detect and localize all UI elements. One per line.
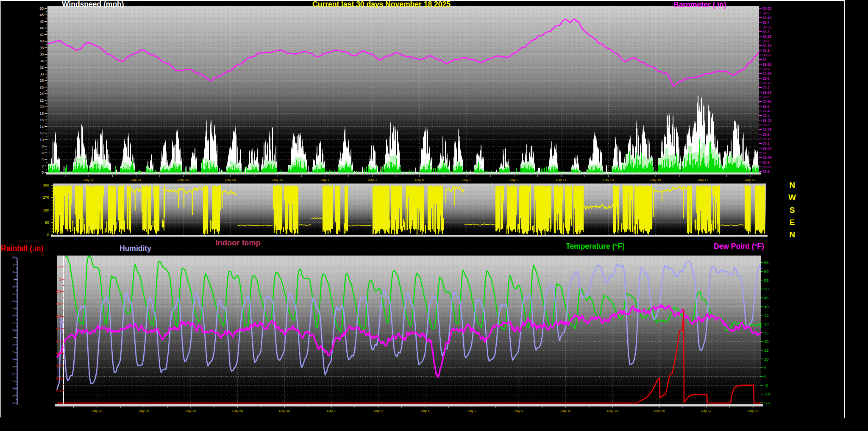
svg-text:30.05: 30.05 [762, 53, 772, 57]
svg-text:Day 26: Day 26 [178, 178, 189, 182]
svg-text:10: 10 [40, 138, 44, 142]
svg-text:5: 5 [12, 394, 14, 397]
svg-text:0: 0 [12, 314, 14, 317]
svg-text:Day 30: Day 30 [279, 409, 290, 413]
svg-text:28.9: 28.9 [762, 160, 770, 164]
svg-text:-15: -15 [764, 400, 770, 405]
svg-text:46: 46 [40, 19, 44, 24]
svg-text:35: 35 [764, 313, 769, 317]
svg-text:29.6: 29.6 [762, 95, 770, 99]
svg-text:24: 24 [40, 92, 44, 96]
svg-text:48: 48 [40, 13, 44, 17]
svg-text:30.25: 30.25 [762, 34, 772, 39]
svg-text:0.3: 0.3 [56, 364, 61, 368]
svg-text:25: 25 [764, 331, 769, 335]
svg-text:0: 0 [12, 343, 14, 346]
svg-text:Day 7: Day 7 [467, 409, 476, 413]
svg-text:34: 34 [40, 59, 44, 63]
svg-text:50: 50 [40, 6, 44, 11]
svg-text:29.4: 29.4 [762, 114, 770, 118]
svg-text:5: 5 [12, 278, 14, 281]
svg-text:29.95: 29.95 [762, 62, 772, 67]
svg-text:28.8: 28.8 [762, 170, 770, 174]
svg-text:38: 38 [40, 46, 44, 50]
svg-text:6: 6 [42, 151, 44, 155]
svg-text:Day 1: Day 1 [327, 409, 336, 413]
svg-text:29.85: 29.85 [762, 72, 772, 76]
svg-text:0: 0 [12, 373, 14, 375]
svg-text:-5: -5 [764, 383, 768, 388]
svg-text:Day 7: Day 7 [462, 178, 471, 182]
svg-text:Windspeed (mph): Windspeed (mph) [62, 0, 124, 8]
svg-text:Day 17: Day 17 [698, 178, 709, 182]
svg-text:Day 28: Day 28 [225, 178, 236, 182]
svg-text:Day 24: Day 24 [131, 178, 142, 182]
svg-text:12: 12 [40, 131, 44, 135]
svg-text:4: 4 [42, 157, 44, 161]
svg-text:42: 42 [40, 33, 44, 37]
svg-text:Day 24: Day 24 [139, 409, 150, 413]
svg-text:29.2: 29.2 [762, 132, 770, 136]
svg-text:5: 5 [12, 263, 14, 266]
svg-text:Rainfall (.in): Rainfall (.in) [1, 244, 43, 253]
svg-text:0.4: 0.4 [56, 351, 61, 356]
svg-text:0: 0 [12, 329, 14, 332]
svg-text:44: 44 [40, 26, 44, 30]
svg-text:20: 20 [764, 339, 769, 344]
svg-text:29.55: 29.55 [762, 100, 772, 104]
svg-text:10: 10 [764, 357, 769, 361]
svg-text:Day 11: Day 11 [560, 409, 571, 413]
svg-text:5: 5 [12, 292, 14, 295]
svg-text:0: 0 [59, 401, 61, 405]
svg-text:29.1: 29.1 [762, 142, 770, 146]
svg-text:Day 15: Day 15 [650, 178, 661, 182]
svg-text:0.7: 0.7 [56, 314, 61, 319]
svg-text:0.2: 0.2 [56, 376, 61, 381]
svg-text:Current last 30 days November: Current last 30 days November 18 2025 [312, 0, 451, 8]
svg-text:55: 55 [764, 278, 769, 283]
svg-text:30.1: 30.1 [762, 48, 770, 53]
svg-text:Day 28: Day 28 [232, 409, 243, 413]
svg-text:28: 28 [40, 78, 44, 83]
svg-text:0: 0 [12, 271, 14, 274]
svg-text:Day 22: Day 22 [92, 409, 103, 413]
svg-text:2: 2 [42, 164, 44, 168]
svg-text:Indoor temp: Indoor temp [215, 238, 261, 247]
svg-text:1: 1 [59, 277, 61, 281]
svg-text:0: 0 [12, 401, 14, 404]
svg-text:29.05: 29.05 [762, 146, 772, 150]
svg-text:Humidity: Humidity [120, 244, 151, 253]
svg-text:40: 40 [764, 304, 769, 309]
svg-text:0: 0 [12, 387, 14, 390]
svg-text:5: 5 [12, 350, 14, 353]
svg-text:Day 3: Day 3 [368, 178, 377, 182]
svg-text:22: 22 [40, 98, 44, 103]
svg-text:29.15: 29.15 [762, 137, 772, 141]
svg-text:Day 19: Day 19 [745, 178, 756, 182]
svg-text:30.45: 30.45 [762, 16, 772, 20]
svg-text:29.35: 29.35 [762, 118, 772, 122]
svg-text:29.3: 29.3 [762, 123, 770, 127]
svg-text:Day 9: Day 9 [515, 409, 523, 413]
svg-text:N: N [789, 181, 795, 189]
svg-text:Day 11: Day 11 [556, 178, 567, 182]
svg-text:29.65: 29.65 [762, 90, 772, 95]
svg-text:0.9: 0.9 [56, 289, 61, 294]
svg-text:Day 3: Day 3 [374, 409, 383, 413]
svg-text:0.1: 0.1 [56, 389, 61, 393]
svg-text:Day 9: Day 9 [509, 178, 518, 182]
svg-text:29.5: 29.5 [762, 104, 770, 108]
svg-text:0: 0 [12, 358, 14, 361]
svg-text:0: 0 [12, 300, 14, 303]
svg-text:16: 16 [40, 118, 44, 122]
svg-text:W: W [788, 193, 796, 202]
svg-text:50: 50 [764, 286, 769, 291]
svg-text:180: 180 [43, 208, 49, 212]
svg-text:5: 5 [12, 380, 14, 383]
svg-text:360: 360 [43, 183, 49, 187]
svg-text:0.6: 0.6 [56, 327, 61, 331]
svg-text:5: 5 [764, 365, 766, 370]
svg-text:Day 30: Day 30 [273, 178, 284, 182]
svg-text:S: S [790, 206, 795, 214]
svg-text:36: 36 [40, 52, 44, 56]
